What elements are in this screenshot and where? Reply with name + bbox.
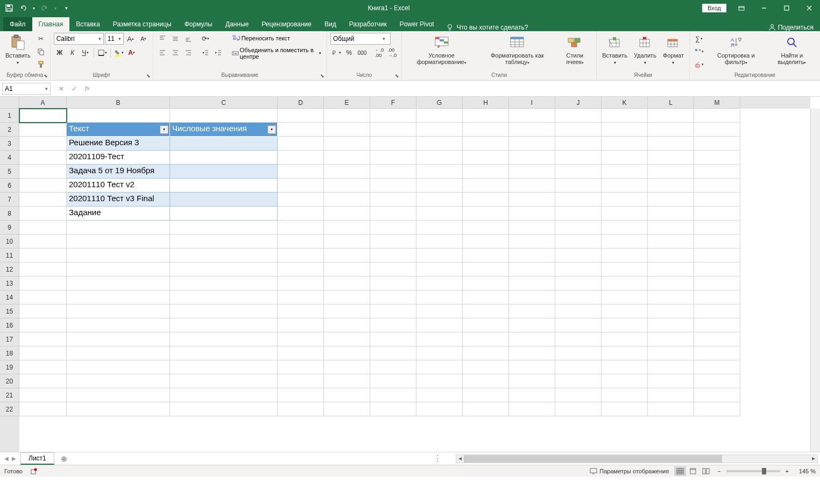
- cell[interactable]: [555, 374, 602, 388]
- cell[interactable]: [555, 346, 602, 360]
- cell[interactable]: [648, 374, 694, 388]
- cell[interactable]: [555, 249, 602, 262]
- sheet-nav-prev-icon[interactable]: ◀: [4, 456, 9, 462]
- cell[interactable]: [67, 346, 170, 360]
- font-color-icon[interactable]: A▾: [126, 47, 138, 59]
- cell[interactable]: [555, 151, 602, 165]
- font-name-combo[interactable]: ▾: [54, 33, 104, 45]
- cell[interactable]: [648, 165, 694, 179]
- cell[interactable]: [416, 318, 463, 332]
- cell[interactable]: [416, 123, 463, 137]
- cell[interactable]: [416, 346, 463, 360]
- cell[interactable]: [324, 179, 370, 193]
- cell[interactable]: [170, 332, 278, 346]
- cell[interactable]: [648, 332, 694, 346]
- cell[interactable]: [416, 165, 463, 179]
- cell[interactable]: [694, 235, 740, 249]
- format-as-table-button[interactable]: Форматировать как таблицу▾: [480, 33, 554, 66]
- decrease-font-icon[interactable]: A▾: [138, 33, 150, 45]
- cell[interactable]: [370, 332, 416, 346]
- increase-font-icon[interactable]: A▴: [125, 33, 137, 45]
- align-middle-icon[interactable]: [169, 33, 181, 45]
- cell[interactable]: [694, 262, 740, 276]
- cell[interactable]: [19, 332, 67, 346]
- cell[interactable]: [67, 374, 170, 388]
- redo-dropdown-icon[interactable]: ▾: [53, 2, 58, 14]
- cell[interactable]: [19, 276, 67, 290]
- cell[interactable]: [324, 290, 370, 304]
- cell[interactable]: [324, 235, 370, 249]
- row-header[interactable]: 18: [0, 346, 19, 360]
- cell[interactable]: [602, 235, 648, 249]
- column-header[interactable]: I: [509, 97, 555, 109]
- undo-dropdown-icon[interactable]: ▾: [31, 2, 37, 14]
- sort-filter-button[interactable]: АЯ Сортировка и фильтр▾: [707, 33, 765, 66]
- cell[interactable]: [324, 123, 370, 137]
- cell[interactable]: [648, 388, 694, 402]
- cell[interactable]: [463, 388, 509, 402]
- filter-dropdown-icon[interactable]: ▾: [267, 125, 276, 134]
- cell[interactable]: [602, 179, 648, 193]
- align-top-icon[interactable]: [157, 33, 168, 45]
- increase-decimal-icon[interactable]: ←.0.00: [373, 47, 385, 59]
- cell[interactable]: Числовые значения▾: [170, 123, 278, 137]
- italic-button[interactable]: К: [67, 47, 79, 59]
- scroll-right-icon[interactable]: ▶: [810, 455, 817, 463]
- cell[interactable]: [648, 207, 694, 221]
- cell[interactable]: [370, 374, 416, 388]
- cell[interactable]: [602, 290, 648, 304]
- cell[interactable]: [463, 360, 509, 374]
- cell[interactable]: [509, 388, 555, 402]
- decrease-decimal-icon[interactable]: .00→.0: [386, 47, 398, 59]
- cell[interactable]: [602, 388, 648, 402]
- scroll-thumb[interactable]: [464, 455, 722, 463]
- cell[interactable]: [370, 109, 416, 123]
- cell[interactable]: [648, 235, 694, 249]
- cell[interactable]: [324, 360, 370, 374]
- cell[interactable]: [278, 137, 324, 151]
- redo-icon[interactable]: [39, 2, 51, 14]
- cell[interactable]: [170, 374, 278, 388]
- autosum-icon[interactable]: ∑▾: [693, 33, 705, 45]
- maximize-icon[interactable]: [776, 0, 797, 16]
- tab-вид[interactable]: Вид: [318, 17, 343, 31]
- cell[interactable]: [67, 318, 170, 332]
- column-header[interactable]: J: [555, 97, 602, 109]
- cell[interactable]: [555, 304, 602, 318]
- cell[interactable]: [555, 332, 602, 346]
- cell[interactable]: [19, 109, 67, 123]
- cell[interactable]: [170, 193, 278, 207]
- cell[interactable]: [324, 165, 370, 179]
- cell[interactable]: [170, 276, 278, 290]
- cell[interactable]: [416, 179, 463, 193]
- cell-styles-button[interactable]: Стили ячеек▾: [557, 33, 593, 66]
- row-header[interactable]: 9: [0, 221, 19, 235]
- cell[interactable]: [170, 179, 278, 193]
- row-header[interactable]: 2: [0, 123, 19, 137]
- cell[interactable]: [463, 290, 509, 304]
- cell[interactable]: [694, 109, 740, 123]
- cell[interactable]: [19, 402, 67, 416]
- cell[interactable]: [648, 109, 694, 123]
- tab-рецензирование[interactable]: Рецензирование: [255, 17, 318, 31]
- row-header[interactable]: 7: [0, 193, 19, 207]
- cell[interactable]: [694, 290, 740, 304]
- cell[interactable]: [416, 193, 463, 207]
- cell[interactable]: Задача 5 от 19 Ноября: [67, 165, 170, 179]
- cell[interactable]: [19, 360, 67, 374]
- cell[interactable]: [67, 290, 170, 304]
- cell[interactable]: [648, 360, 694, 374]
- cell[interactable]: [555, 137, 602, 151]
- cell[interactable]: [278, 346, 324, 360]
- cell[interactable]: [19, 137, 67, 151]
- cell[interactable]: [509, 360, 555, 374]
- cell[interactable]: [694, 165, 740, 179]
- align-center-icon[interactable]: [169, 47, 181, 59]
- conditional-formatting-button[interactable]: ≠ Условное форматирование▾: [405, 33, 478, 66]
- cell[interactable]: [602, 346, 648, 360]
- cell[interactable]: [555, 402, 602, 416]
- row-header[interactable]: 16: [0, 318, 19, 332]
- cell[interactable]: [694, 332, 740, 346]
- cell[interactable]: [602, 360, 648, 374]
- cell[interactable]: [324, 262, 370, 276]
